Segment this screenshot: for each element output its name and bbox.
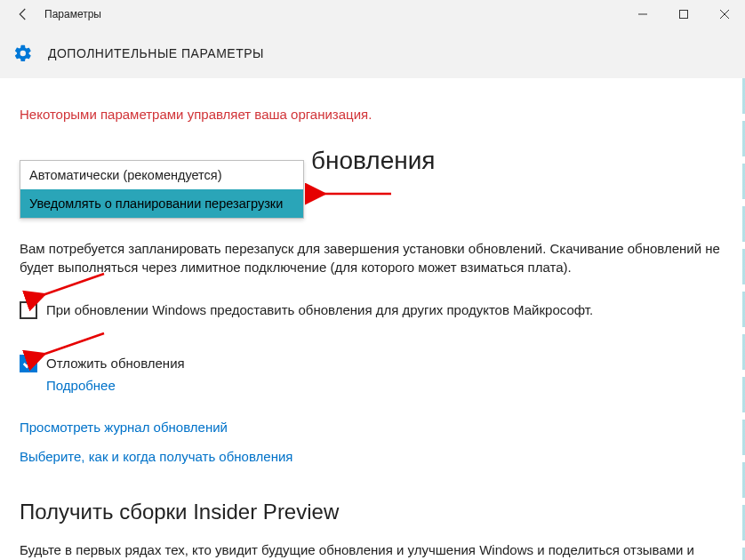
update-history-link[interactable]: Просмотреть журнал обновлений [20, 420, 228, 435]
window-title: Параметры [44, 8, 622, 20]
checkbox-box-1[interactable] [20, 301, 37, 319]
close-button[interactable] [704, 0, 745, 28]
checkmark-icon [22, 357, 35, 370]
checkbox-label-1: При обновлении Windows предоставить обно… [46, 301, 593, 319]
content-area: Некоторыми параметрами управляет ваша ор… [0, 78, 745, 560]
defer-more-link[interactable]: Подробнее [46, 378, 116, 393]
annotation-arrow-1 [316, 185, 396, 205]
checkbox-defer-updates[interactable]: Отложить обновления [20, 355, 725, 372]
choose-updates-link[interactable]: Выберите, как и когда получать обновлени… [20, 449, 292, 464]
window-controls [622, 0, 745, 28]
close-icon [719, 9, 730, 20]
install-updates-dropdown[interactable]: Автоматически (рекомендуется) Уведомлять… [20, 160, 304, 219]
section-title-partial: бновления [311, 147, 435, 175]
dropdown-option-auto[interactable]: Автоматически (рекомендуется) [20, 161, 303, 189]
minimize-icon [637, 9, 648, 20]
svg-line-4 [43, 333, 104, 355]
gear-icon [12, 43, 34, 64]
insider-section-title: Получить сборки Insider Preview [20, 500, 725, 524]
checkbox-box-2[interactable] [20, 355, 37, 372]
checkbox-label-2: Отложить обновления [46, 355, 185, 372]
minimize-button[interactable] [622, 0, 663, 28]
insider-section-body: Будьте в первых рядах тех, кто увидит бу… [20, 540, 722, 560]
arrow-left-icon [15, 6, 31, 22]
window-titlebar: Параметры [0, 0, 745, 28]
svg-line-3 [43, 274, 104, 295]
maximize-button[interactable] [663, 0, 704, 28]
description-text: Вам потребуется запланировать перезапуск… [20, 239, 722, 276]
dropdown-option-notify[interactable]: Уведомлять о планировании перезагрузки [20, 189, 303, 218]
org-managed-message: Некоторыми параметрами управляет ваша ор… [20, 107, 725, 122]
svg-rect-1 [680, 11, 688, 19]
maximize-icon [678, 9, 689, 20]
checkbox-other-ms-products[interactable]: При обновлении Windows предоставить обно… [20, 301, 725, 319]
page-title: ДОПОЛНИТЕЛЬНЫЕ ПАРАМЕТРЫ [48, 46, 264, 60]
back-button[interactable] [5, 0, 41, 28]
page-header: ДОПОЛНИТЕЛЬНЫЕ ПАРАМЕТРЫ [0, 28, 745, 78]
